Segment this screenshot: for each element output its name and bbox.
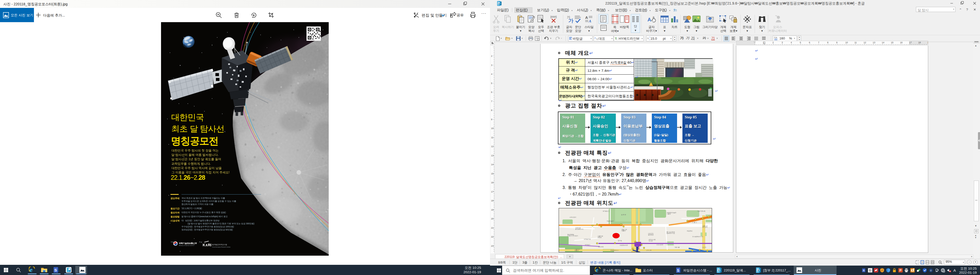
svg-text:A: A — [589, 19, 591, 23]
svg-text:T: T — [616, 38, 617, 40]
svg-text:A: A — [648, 17, 651, 22]
svg-text:가A: 가A — [774, 36, 777, 39]
svg-text:A: A — [953, 268, 956, 272]
svg-text:가: 가 — [596, 38, 598, 40]
svg-text:✓: ✓ — [881, 269, 883, 272]
svg-text:A: A — [585, 15, 588, 20]
svg-text:가: 가 — [647, 37, 649, 40]
svg-text:[###]: [###] — [550, 15, 557, 18]
svg-text:온: 온 — [930, 269, 932, 272]
svg-text:호: 호 — [757, 269, 759, 272]
svg-text:S: S — [54, 268, 57, 272]
svg-text:한: 한 — [869, 269, 872, 272]
svg-text:S: S — [863, 269, 865, 272]
svg-text:e: e — [596, 267, 598, 273]
svg-text:P: P — [899, 269, 901, 272]
svg-text:호: 호 — [718, 269, 720, 272]
svg-text:e: e — [30, 267, 33, 273]
svg-text:S: S — [677, 269, 679, 272]
